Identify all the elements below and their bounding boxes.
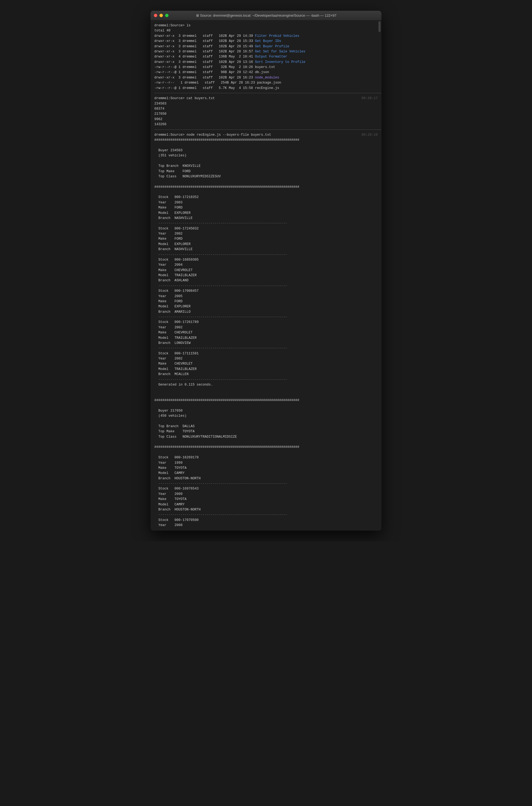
prompt-ls: dremmel:Source> ls: [154, 23, 378, 28]
prompt-node: dremmel:Source> node recEngine.js --buye…: [154, 132, 378, 138]
buyer-id-1: 234503: [154, 101, 378, 106]
blank-5: [154, 387, 378, 392]
buyer1-header: Buyer 234503: [154, 148, 378, 153]
v3-year: Year 2004: [154, 262, 378, 268]
b2v2-branch: Branch HOUSTON-NORTH: [154, 507, 378, 512]
veh-div-1: ----------------------------------------…: [154, 221, 378, 226]
v2-branch: Branch NASHVILLE: [154, 247, 378, 252]
traffic-lights[interactable]: [154, 14, 169, 17]
close-button[interactable]: [154, 14, 157, 17]
v2-stock: Stock 000-17245032: [154, 226, 378, 231]
b2v1-model: Model CAMRY: [154, 471, 378, 476]
buyer-id-3: 217650: [154, 111, 378, 116]
blank-1: [154, 143, 378, 148]
blank-10: [154, 450, 378, 455]
file-line-1: drwxr-xr-x 3 dremmel staff 102B Apr 28 1…: [154, 39, 378, 44]
v6-make: Make CHEVROLET: [154, 361, 378, 366]
title-icon: 🖥: [196, 14, 200, 17]
v4-branch: Branch AMARILLO: [154, 310, 378, 315]
file-line-0: drwxr-xr-x 3 dremmel staff 102B Apr 29 1…: [154, 34, 378, 39]
blank-8: [154, 419, 378, 424]
b2v2-stock: Stock 000-16976543: [154, 486, 378, 491]
terminal-window: 🖥 Source: dremmel@genesis.local: ~/Devel…: [151, 11, 381, 531]
minimize-button[interactable]: [159, 14, 163, 17]
hash-2: ########################################…: [154, 185, 378, 190]
v1-make: Make FORD: [154, 205, 378, 210]
prompt-cat: dremmel:Source> cat buyers.txt: [154, 96, 378, 101]
veh-div-3: ----------------------------------------…: [154, 283, 378, 289]
buyer1-class: Top Class NONLUXURYMIDSIZESUV: [154, 174, 378, 179]
veh-div-5: ----------------------------------------…: [154, 346, 378, 351]
buyer-id-2: 68374: [154, 106, 378, 111]
buyer2-branch: Top Branch DALLAS: [154, 424, 378, 429]
v3-make: Make CHEVROLET: [154, 268, 378, 273]
b2-veh-div-2: ----------------------------------------…: [154, 512, 378, 517]
blank-6: [154, 393, 378, 398]
buyer2-vehicles: (450 vehicles): [154, 414, 378, 419]
v4-make: Make FORD: [154, 299, 378, 304]
v4-stock: Stock 000-17008457: [154, 289, 378, 294]
blank-4: [154, 190, 378, 195]
b2v1-make: Make TOYOTA: [154, 465, 378, 471]
file-line-5: drwxr-xr-x 3 dremmel staff 102B Apr 29 1…: [154, 60, 378, 65]
generated-1: Generated in 0.115 seconds.: [154, 382, 378, 387]
blank-2: [154, 159, 378, 164]
v6-model: Model TRAILBLAZER: [154, 367, 378, 372]
file-line-2: drwxr-xr-x 3 dremmel staff 102B Apr 28 1…: [154, 44, 378, 49]
b2v2-year: Year 2009: [154, 492, 378, 497]
b2v2-make: Make TOYOTA: [154, 497, 378, 502]
file-line-3: drwxr-xr-x 3 dremmel staff 102B Apr 28 1…: [154, 49, 378, 54]
blank-7: [154, 403, 378, 408]
file-line-7: -rw-r--r--@ 1 dremmel staff 98B Apr 29 1…: [154, 70, 378, 75]
b2v1-year: Year 1999: [154, 460, 378, 465]
b2v1-stock: Stock 000-16269178: [154, 455, 378, 460]
hash-3: ########################################…: [154, 398, 378, 403]
v5-model: Model TRAILBLAZER: [154, 335, 378, 341]
buyer1-vehicles: (351 vehicles): [154, 153, 378, 158]
v5-make: Make CHEVROLET: [154, 330, 378, 335]
v6-stock: Stock 000-17111581: [154, 351, 378, 356]
v5-stock: Stock 000-17261789: [154, 320, 378, 325]
veh-div-2: ----------------------------------------…: [154, 252, 378, 257]
file-line-8: drwxr-xr-x 3 dremmel staff 102B Apr 28 1…: [154, 75, 378, 80]
titlebar: 🖥 Source: dremmel@genesis.local: ~/Devel…: [151, 11, 381, 20]
divider-2: ────────────────────────────────────────…: [154, 127, 378, 132]
file-line-6: -rw-r--r--@ 1 dremmel staff 32B May 2 10…: [154, 65, 378, 70]
v5-year: Year 2002: [154, 325, 378, 330]
buyer2-class: Top Class NONLUXURYTRADITIONALMIDSIZE: [154, 435, 378, 440]
b2v1-branch: Branch HOUSTON-NORTH: [154, 476, 378, 481]
v3-stock: Stock 000-16859305: [154, 257, 378, 262]
v3-model: Model TRAILBLAZER: [154, 273, 378, 278]
divider-1: ────────────────────────────────────────…: [154, 91, 378, 96]
v1-stock: Stock 000-17218352: [154, 195, 378, 200]
total-line: total 40: [154, 28, 378, 33]
scrollbar[interactable]: [378, 21, 381, 32]
v2-model: Model EXPLORER: [154, 242, 378, 247]
window-title: 🖥 Source: dremmel@genesis.local: ~/Devel…: [196, 14, 337, 17]
buyer2-header: Buyer 217650: [154, 408, 378, 414]
blank-3: [154, 179, 378, 184]
veh-div-6: ----------------------------------------…: [154, 377, 378, 382]
veh-div-4: ----------------------------------------…: [154, 315, 378, 320]
v4-model: Model EXPLORER: [154, 304, 378, 309]
v5-branch: Branch LONGVIEW: [154, 341, 378, 346]
blank-9: [154, 440, 378, 445]
buyer1-make: Top Make FORD: [154, 169, 378, 174]
terminal-body[interactable]: dremmel:Source> ls total 40 drwxr-xr-x 3…: [151, 20, 381, 531]
b2-veh-div-1: ----------------------------------------…: [154, 481, 378, 486]
buyer-id-4: 9962: [154, 117, 378, 122]
v2-year: Year 2002: [154, 231, 378, 236]
v3-branch: Branch ASHLAND: [154, 278, 378, 283]
v6-year: Year 2002: [154, 356, 378, 361]
v1-branch: Branch NASHVILLE: [154, 216, 378, 221]
b2v2-model: Model CAMRY: [154, 502, 378, 507]
file-line-9: -rw-r--r-- 1 dremmel staff 254B Apr 28 1…: [154, 80, 378, 86]
maximize-button[interactable]: [165, 14, 169, 17]
file-line-4: drwxr-xr-x 4 dremmel staff 136B May 2 10…: [154, 54, 378, 59]
v1-year: Year 2003: [154, 200, 378, 205]
b2v3-stock: Stock 000-17070500: [154, 518, 378, 523]
hash-1: ########################################…: [154, 138, 378, 143]
v1-model: Model EXPLORER: [154, 210, 378, 216]
v6-branch: Branch MCALLEN: [154, 372, 378, 377]
v4-year: Year 2005: [154, 294, 378, 299]
